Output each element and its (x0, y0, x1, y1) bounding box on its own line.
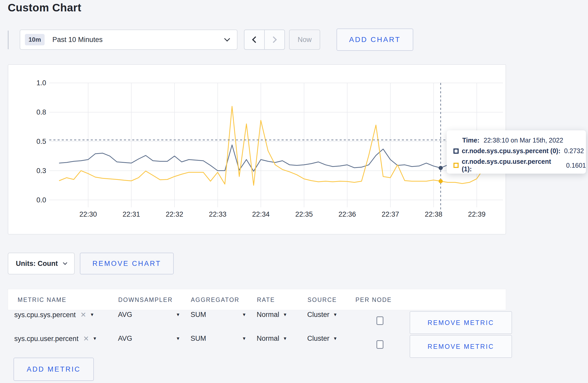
aggregator-label: SUM (191, 311, 206, 319)
aggregator-label: SUM (191, 335, 206, 343)
caret-down-icon: ▼ (283, 336, 287, 341)
tooltip-series-name: cr.node.sys.cpu.sys.percent (0): (462, 147, 561, 155)
caret-down-icon: ▼ (93, 336, 97, 341)
time-range-badge: 10m (25, 34, 45, 45)
tooltip-series-value: 0.1601 (566, 162, 586, 169)
rate-label: Normal (257, 335, 279, 343)
chevron-left-icon (252, 36, 258, 43)
col-per-node: PER NODE (355, 296, 392, 303)
page-title: Custom Chart (8, 2, 81, 14)
svg-text:0.5: 0.5 (36, 138, 46, 145)
svg-text:0.8: 0.8 (36, 108, 46, 116)
chevron-down-icon (63, 261, 67, 265)
caret-down-icon: ▼ (333, 312, 338, 317)
svg-text:22:32: 22:32 (166, 210, 183, 218)
metric-name-select[interactable]: sys.cpu.sys.percent ✕ ▼ (14, 311, 104, 319)
downsampler-label: AVG (118, 335, 132, 343)
source-select[interactable]: Cluster ▼ (307, 335, 337, 343)
svg-text:1.0: 1.0 (36, 79, 46, 87)
col-source: SOURCE (307, 296, 337, 303)
source-label: Cluster (307, 335, 330, 343)
time-range-label: Past 10 Minutes (52, 36, 103, 44)
svg-text:0.0: 0.0 (36, 196, 46, 204)
remove-metric-button[interactable]: REMOVE METRIC (410, 311, 512, 334)
metric-row: sys.cpu.sys.percent ✕ ▼ AVG ▼ SUM ▼ Norm… (8, 311, 506, 335)
rate-select[interactable]: Normal ▼ (257, 311, 287, 319)
caret-down-icon: ▼ (333, 336, 338, 341)
add-chart-button[interactable]: ADD CHART (337, 29, 413, 51)
caret-down-icon: ▼ (283, 312, 287, 317)
next-button[interactable] (264, 30, 284, 49)
caret-down-icon: ▼ (242, 336, 246, 341)
add-metric-button[interactable]: ADD METRIC (13, 358, 94, 381)
remove-x-icon[interactable]: ✕ (80, 311, 86, 319)
svg-text:22:31: 22:31 (123, 210, 140, 218)
metrics-table-header: METRIC NAME DOWNSAMPLER AGGREGATOR RATE … (8, 289, 506, 310)
toolbar-divider (8, 31, 9, 49)
prev-button[interactable] (244, 30, 264, 49)
col-aggregator: AGGREGATOR (191, 296, 240, 303)
time-range-select[interactable]: 10m Past 10 Minutes (20, 30, 237, 50)
svg-text:22:30: 22:30 (79, 210, 97, 218)
tooltip-time-label: Time: (462, 137, 479, 144)
svg-text:22:37: 22:37 (382, 210, 399, 218)
metric-row: sys.cpu.user.percent ✕ ▼ AVG ▼ SUM ▼ Nor… (8, 335, 506, 358)
svg-text:22:38: 22:38 (425, 210, 443, 218)
chart-tooltip: Time: 22:38:10 on Mar 15th, 2022 cr.node… (447, 130, 586, 174)
tooltip-time-value: 22:38:10 on Mar 15th, 2022 (484, 137, 563, 144)
rate-select[interactable]: Normal ▼ (257, 335, 287, 343)
rate-label: Normal (257, 311, 279, 319)
tooltip-series-row: cr.node.sys.cpu.sys.percent (0): 0.2732 (453, 147, 586, 155)
per-node-checkbox[interactable] (376, 340, 383, 349)
downsampler-label: AVG (118, 311, 132, 319)
svg-text:22:36: 22:36 (339, 210, 356, 218)
svg-text:0.3: 0.3 (36, 167, 46, 175)
svg-text:22:39: 22:39 (468, 210, 486, 218)
units-label: Units: Count (16, 260, 58, 268)
col-rate: RATE (257, 296, 275, 303)
svg-text:22:34: 22:34 (252, 210, 270, 218)
remove-chart-button[interactable]: REMOVE CHART (80, 253, 174, 274)
metric-name-select[interactable]: sys.cpu.user.percent ✕ ▼ (14, 335, 104, 343)
tooltip-time-row: Time: 22:38:10 on Mar 15th, 2022 (453, 137, 586, 144)
source-select[interactable]: Cluster ▼ (307, 311, 337, 319)
caret-down-icon: ▼ (242, 312, 246, 317)
units-select[interactable]: Units: Count (8, 253, 75, 274)
metric-name-label: sys.cpu.sys.percent (14, 311, 76, 319)
tooltip-series-value: 0.2732 (564, 147, 584, 155)
series-user-swatch-icon (453, 163, 459, 168)
cpu-line-chart[interactable]: 0.00.30.50.81.022:3022:3122:3222:3322:34… (8, 64, 506, 235)
per-node-checkbox[interactable] (376, 316, 383, 325)
svg-text:22:35: 22:35 (295, 210, 313, 218)
remove-metric-button[interactable]: REMOVE METRIC (410, 335, 512, 358)
tooltip-series-name: cr.node.sys.cpu.user.percent (1): (462, 158, 563, 173)
time-window-nav (244, 30, 285, 50)
caret-down-icon: ▼ (90, 312, 94, 317)
col-metric-name: METRIC NAME (18, 296, 67, 303)
svg-text:22:33: 22:33 (209, 210, 227, 218)
source-label: Cluster (307, 311, 330, 319)
downsampler-select[interactable]: AVG ▼ (118, 335, 180, 343)
downsampler-select[interactable]: AVG ▼ (118, 311, 180, 319)
caret-down-icon: ▼ (176, 312, 180, 317)
metric-name-label: sys.cpu.user.percent (14, 335, 79, 343)
remove-x-icon[interactable]: ✕ (83, 335, 89, 343)
caret-down-icon: ▼ (176, 336, 180, 341)
series-sys-swatch-icon (453, 148, 459, 154)
aggregator-select[interactable]: SUM ▼ (191, 311, 246, 319)
tooltip-series-row: cr.node.sys.cpu.user.percent (1): 0.1601 (453, 158, 586, 173)
aggregator-select[interactable]: SUM ▼ (191, 335, 246, 343)
now-button[interactable]: Now (289, 30, 320, 50)
chevron-down-icon (224, 36, 230, 42)
chevron-right-icon (270, 36, 277, 43)
col-downsampler: DOWNSAMPLER (118, 296, 173, 303)
